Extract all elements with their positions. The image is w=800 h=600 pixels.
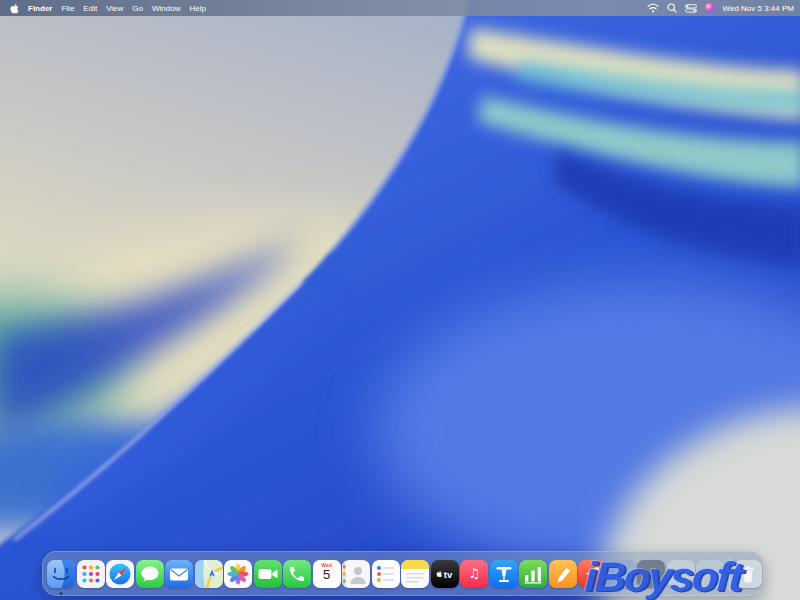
calendar-day: 5 (323, 568, 330, 582)
pages-icon (549, 560, 577, 588)
safari-icon (106, 560, 134, 588)
dock-item-contacts[interactable] (342, 560, 370, 588)
phone-icon (283, 560, 311, 588)
launchpad-icon (77, 560, 105, 588)
calendar-icon: Wed 5 (313, 560, 341, 588)
desktop-wallpaper (0, 0, 800, 600)
menu-go[interactable]: Go (132, 4, 143, 13)
dock-item-calendar[interactable]: Wed 5 (313, 560, 341, 588)
messages-icon (136, 560, 164, 588)
facetime-icon (254, 560, 282, 588)
spotlight-search-icon[interactable] (667, 3, 677, 13)
control-center-icon[interactable] (685, 4, 697, 13)
contacts-icon (342, 560, 370, 588)
menu-help[interactable]: Help (189, 4, 205, 13)
dock-item-launchpad[interactable] (77, 560, 105, 588)
apple-tv-icon: tv (431, 560, 459, 588)
dock-item-pages[interactable] (549, 560, 577, 588)
music-icon: ♫ (460, 560, 488, 588)
menu-bar: Finder File Edit View Go Window Help Wed… (0, 0, 800, 16)
music-note-glyph: ♫ (468, 567, 480, 580)
menu-edit[interactable]: Edit (83, 4, 97, 13)
wifi-icon[interactable] (647, 3, 659, 13)
reminders-icon (372, 560, 400, 588)
menu-view[interactable]: View (106, 4, 123, 13)
dock-item-facetime[interactable] (254, 560, 282, 588)
dock-item-messages[interactable] (136, 560, 164, 588)
notes-icon (401, 560, 429, 588)
maps-icon (195, 560, 223, 588)
dock-item-photos[interactable] (224, 560, 252, 588)
dock-item-safari[interactable] (106, 560, 134, 588)
finder-icon (47, 560, 75, 588)
siri-icon[interactable] (705, 3, 715, 13)
menu-bar-clock[interactable]: Wed Nov 5 3:44 PM (723, 4, 794, 13)
photos-icon (224, 560, 252, 588)
dock-item-music[interactable]: ♫ (460, 560, 488, 588)
dock-item-numbers[interactable] (519, 560, 547, 588)
menu-window[interactable]: Window (152, 4, 180, 13)
iboysoft-watermark: iBoysoft (584, 557, 742, 598)
dock-item-maps[interactable] (195, 560, 223, 588)
dock-item-finder[interactable] (47, 560, 75, 588)
dock-item-phone[interactable] (283, 560, 311, 588)
dock-item-mail[interactable] (165, 560, 193, 588)
keynote-icon (490, 560, 518, 588)
menu-finder[interactable]: Finder (28, 4, 52, 13)
running-indicator (60, 592, 63, 595)
mail-icon (165, 560, 193, 588)
apple-logo-icon (10, 3, 19, 14)
svg-text:tv: tv (443, 568, 452, 579)
menu-file[interactable]: File (61, 4, 74, 13)
dock-item-notes[interactable] (401, 560, 429, 588)
dock-item-reminders[interactable] (372, 560, 400, 588)
numbers-icon (519, 560, 547, 588)
apple-menu[interactable] (10, 3, 19, 14)
dock-item-tv[interactable]: tv (431, 560, 459, 588)
dock-item-keynote[interactable] (490, 560, 518, 588)
